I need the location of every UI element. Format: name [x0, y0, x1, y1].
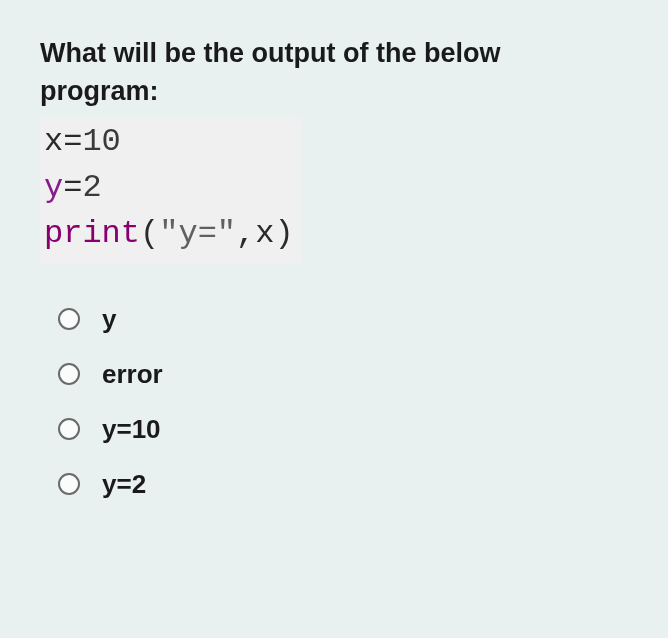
question-prompt: What will be the output of the below pro… — [40, 35, 628, 111]
radio-icon[interactable] — [58, 418, 80, 440]
code-token-func: print — [44, 215, 140, 252]
question-line-1: What will be the output of the below — [40, 38, 500, 68]
option-item[interactable]: y=2 — [58, 469, 628, 500]
code-token-string: "y=" — [159, 215, 236, 252]
code-line-3: print("y=",x) — [44, 211, 294, 257]
radio-icon[interactable] — [58, 363, 80, 385]
radio-icon[interactable] — [58, 308, 80, 330]
code-token-equals: = — [63, 123, 82, 160]
option-item[interactable]: y=10 — [58, 414, 628, 445]
code-line-1: x=10 — [44, 119, 294, 165]
options-list: y error y=10 y=2 — [40, 304, 628, 500]
option-label: y=10 — [102, 414, 161, 445]
option-label: error — [102, 359, 163, 390]
code-token-number: 2 — [82, 169, 101, 206]
code-token-number: 10 — [82, 123, 120, 160]
code-line-2: y=2 — [44, 165, 294, 211]
code-token-var: x — [44, 123, 63, 160]
code-token-paren: ( — [140, 215, 159, 252]
question-line-2: program: — [40, 76, 159, 106]
code-token-arg: x — [255, 215, 274, 252]
radio-icon[interactable] — [58, 473, 80, 495]
code-token-equals: = — [63, 169, 82, 206]
code-token-var: y — [44, 169, 63, 206]
option-item[interactable]: y — [58, 304, 628, 335]
code-token-paren: ) — [274, 215, 293, 252]
code-block: x=10 y=2 print("y=",x) — [40, 117, 302, 264]
option-label: y — [102, 304, 116, 335]
code-token-comma: , — [236, 215, 255, 252]
option-label: y=2 — [102, 469, 146, 500]
option-item[interactable]: error — [58, 359, 628, 390]
